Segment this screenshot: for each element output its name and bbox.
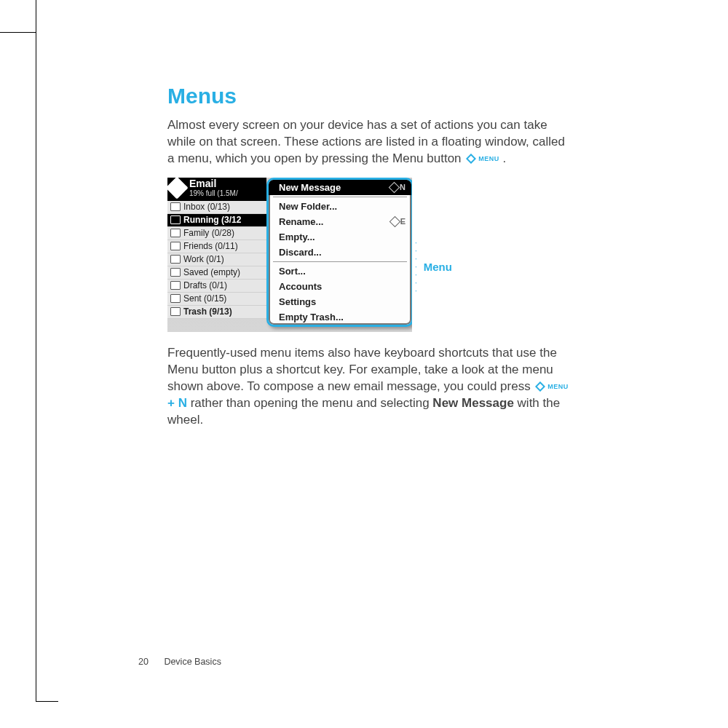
folder-icon [170, 294, 181, 303]
menu-label-inline: MENU [478, 155, 499, 162]
menu-item-label: New Folder... [279, 201, 337, 212]
folder-icon [170, 229, 181, 237]
menu-label-inline: MENU [547, 383, 569, 390]
svg-rect-1 [537, 382, 545, 390]
folder-icon [170, 215, 181, 224]
menu-item-label: Discard... [279, 247, 322, 258]
folder-row: Drafts (0/1) [167, 280, 266, 293]
folder-list: Inbox (0/13)Running (3/12Family (0/28)Fr… [167, 201, 266, 319]
svg-rect-0 [467, 154, 475, 162]
para2-b: rather than opening the menu and selecti… [191, 396, 433, 410]
folder-label: Inbox (0/13) [183, 201, 230, 213]
app-title: Email [189, 178, 216, 189]
intro-paragraph: Almost every screen on your device has a… [167, 117, 575, 167]
diamond-icon [535, 381, 545, 392]
figure: Email 19% full (1.5M/ Inbox (0/13)Runnin… [167, 178, 412, 332]
page-title: Menus [167, 84, 575, 108]
device-screenshot: Email 19% full (1.5M/ Inbox (0/13)Runnin… [167, 178, 412, 332]
folder-icon [170, 281, 181, 290]
folder-label: Trash (9/13) [183, 306, 232, 318]
app-icon [167, 178, 189, 199]
diamond-icon [389, 216, 400, 228]
crop-mark-top [0, 0, 36, 33]
app-subtitle: 19% full (1.5M/ [189, 189, 238, 197]
section-name: Device Basics [164, 657, 221, 667]
menu-item: Settings [269, 294, 411, 309]
menu-separator [273, 197, 407, 197]
menu-item: New MessageN [269, 180, 411, 195]
app-header: Email 19% full (1.5M/ [167, 178, 266, 201]
folder-row: Family (0/28) [167, 227, 266, 240]
folder-row: Sent (0/15) [167, 293, 266, 306]
folder-label: Friends (0/11) [183, 240, 238, 253]
para2-a: Frequently-used menu items also have key… [167, 346, 557, 393]
menu-item: Discard... [269, 245, 411, 260]
shortcut-key: + N [167, 396, 187, 410]
crop-mark-bottom [36, 701, 58, 702]
callout-label: Menu [424, 261, 452, 273]
menu-item: Accounts [269, 279, 411, 294]
menu-item-label: Empty Trash... [279, 312, 344, 323]
callout-dots: · · · · · · · [415, 239, 419, 295]
menu-item-label: Settings [279, 296, 316, 307]
folder-label: Drafts (0/1) [183, 280, 227, 292]
folder-label: Running (3/12 [183, 214, 241, 226]
folder-label: Family (0/28) [183, 227, 234, 240]
page-content: Menus Almost every screen on your device… [167, 84, 575, 439]
menu-item-label: New Message [279, 182, 341, 193]
folder-row: Friends (0/11) [167, 240, 266, 253]
folder-row: Saved (empty) [167, 266, 266, 280]
diamond-icon [389, 182, 400, 194]
menu-item-label: Rename... [279, 216, 323, 227]
period: . [503, 151, 507, 165]
menu-item: Empty... [269, 229, 411, 245]
folder-icon [170, 202, 181, 211]
menu-shortcut: N [390, 183, 405, 191]
menu-item-label: Sort... [279, 266, 306, 277]
folder-row: Trash (9/13) [167, 306, 266, 319]
menu-item-label: Accounts [279, 281, 322, 292]
folder-label: Saved (empty) [183, 266, 240, 279]
menu-item: Rename...E [269, 214, 411, 229]
menu-item: New Folder... [269, 199, 411, 214]
new-message-bold: New Message [432, 396, 514, 410]
page-footer: 20 Device Basics [138, 657, 221, 667]
menu-item: Empty Trash... [269, 309, 411, 325]
menu-shortcut: E [391, 217, 405, 226]
diamond-icon [466, 154, 476, 164]
folder-label: Sent (0/15) [183, 293, 226, 305]
folder-icon [170, 255, 181, 264]
folder-icon [170, 307, 181, 316]
menu-callout: · · · · · · · Menu [415, 239, 452, 295]
menu-shortcut-key: E [400, 217, 405, 226]
shortcut-paragraph: Frequently-used menu items also have key… [167, 345, 575, 429]
menu-item-label: Empty... [279, 232, 315, 242]
folder-row: Inbox (0/13) [167, 201, 266, 214]
page-number: 20 [138, 657, 149, 667]
menu-separator [273, 261, 407, 262]
folder-icon [170, 242, 181, 250]
folder-row: Work (0/1) [167, 253, 266, 266]
folder-label: Work (0/1) [183, 253, 224, 266]
menu-shortcut-key: N [400, 183, 405, 191]
folder-row: Running (3/12 [167, 214, 266, 227]
folder-icon [170, 268, 181, 277]
context-menu: New MessageNNew Folder...Rename...EEmpty… [266, 178, 412, 327]
menu-item: Sort... [269, 264, 411, 279]
